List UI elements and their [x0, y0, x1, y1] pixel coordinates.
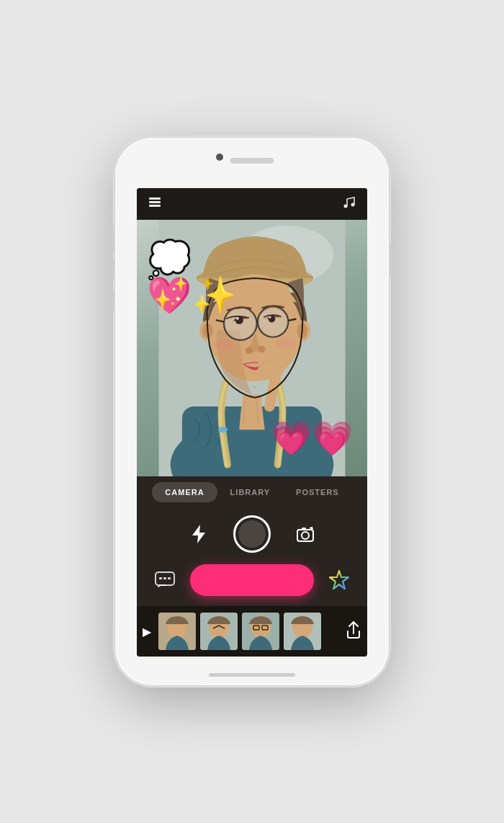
share-button[interactable]: [346, 620, 361, 643]
shutter-button[interactable]: [233, 515, 271, 553]
volume-up-button[interactable]: [112, 231, 115, 252]
svg-point-26: [258, 346, 266, 353]
svg-point-3: [344, 204, 348, 208]
side-buttons-right: [389, 246, 392, 275]
tabs-bar: CAMERA LIBRARY POSTERS: [137, 476, 367, 508]
tab-library[interactable]: LIBRARY: [217, 482, 283, 502]
phone-frame: 💭💖✨ 💗💗 CAMERA LIBRARY POSTERS: [115, 138, 389, 685]
play-button[interactable]: ▶: [143, 625, 151, 639]
svg-point-21: [235, 316, 243, 324]
film-thumbnail-2[interactable]: [200, 613, 238, 650]
home-indicator[interactable]: [209, 673, 295, 677]
mute-button[interactable]: [112, 290, 115, 311]
tab-camera[interactable]: CAMERA: [152, 482, 217, 502]
front-camera: [216, 154, 223, 161]
speaker: [230, 158, 274, 164]
tab-posters[interactable]: POSTERS: [283, 482, 352, 502]
controls-area: [137, 508, 367, 606]
side-buttons-left: [112, 231, 115, 311]
svg-rect-34: [159, 577, 162, 579]
svg-point-24: [269, 316, 271, 319]
film-thumbnail-1[interactable]: [158, 613, 196, 650]
svg-point-28: [214, 339, 235, 351]
flash-button[interactable]: [186, 521, 212, 547]
svg-point-23: [236, 317, 239, 320]
layers-icon[interactable]: [147, 195, 163, 214]
film-thumbnail-3[interactable]: [242, 613, 279, 650]
svg-rect-1: [149, 201, 161, 203]
screen-topbar: [137, 188, 367, 220]
svg-point-25: [246, 347, 253, 354]
svg-rect-35: [163, 577, 166, 579]
svg-rect-2: [149, 205, 161, 207]
svg-point-10: [276, 424, 286, 430]
portrait-area: 💭💖✨ 💗💗: [137, 220, 367, 476]
action-row: [137, 560, 367, 600]
comic-portrait: [137, 220, 367, 476]
phone-bottom: [115, 664, 389, 685]
power-button[interactable]: [389, 246, 392, 275]
svg-point-9: [218, 427, 228, 432]
chat-button[interactable]: [151, 566, 179, 594]
phone-screen: 💭💖✨ 💗💗 CAMERA LIBRARY POSTERS: [137, 188, 367, 657]
svg-marker-37: [330, 571, 348, 589]
film-thumbnail-4[interactable]: [284, 613, 321, 650]
filmstrip: ▶: [137, 606, 367, 657]
record-button[interactable]: [190, 564, 314, 596]
svg-rect-0: [149, 197, 161, 200]
svg-point-29: [275, 337, 296, 349]
effects-button[interactable]: [325, 566, 353, 594]
volume-down-button[interactable]: [112, 259, 115, 279]
svg-rect-36: [168, 577, 171, 579]
svg-rect-32: [302, 528, 306, 530]
svg-point-31: [302, 532, 309, 539]
camera-controls: [137, 515, 367, 553]
flip-camera-button[interactable]: [292, 521, 318, 547]
phone-top: [115, 138, 389, 188]
shutter-inner: [238, 520, 266, 548]
svg-point-4: [351, 203, 355, 206]
music-icon[interactable]: [341, 195, 357, 214]
